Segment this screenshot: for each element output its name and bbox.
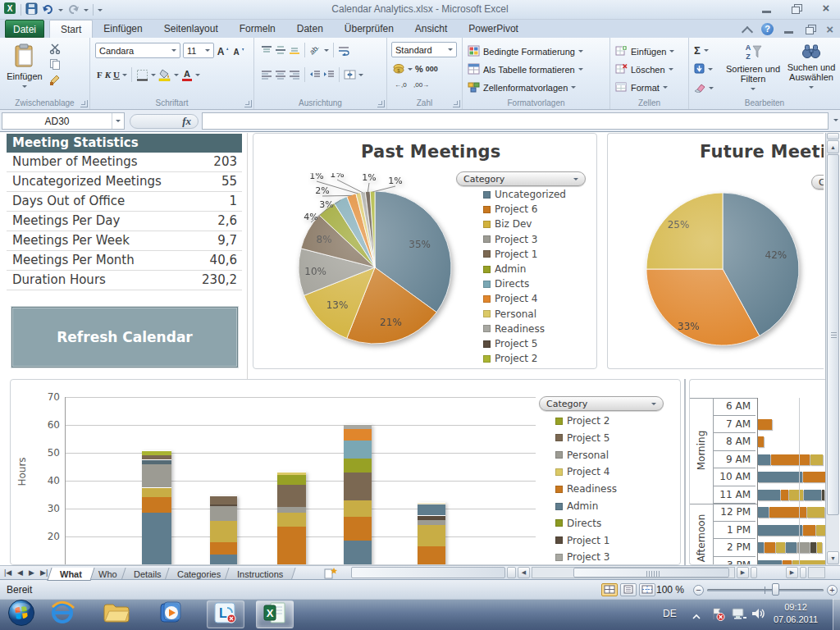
insert-function-button[interactable]: fx bbox=[130, 114, 199, 129]
timeline-segment-slate[interactable] bbox=[758, 542, 764, 553]
clock[interactable]: 09:12 07.06.2011 bbox=[763, 601, 829, 626]
legend-item-project-2[interactable]: Project 2 bbox=[483, 353, 538, 364]
bar-segment-slate[interactable] bbox=[344, 541, 372, 565]
bar-segment-slate[interactable] bbox=[418, 504, 445, 516]
align-center-button[interactable] bbox=[275, 70, 286, 80]
merge-dropdown-icon[interactable] bbox=[358, 74, 363, 79]
lync-taskbar-button[interactable]: L bbox=[207, 600, 244, 628]
legend-item-admin[interactable]: Admin bbox=[483, 263, 526, 275]
format-painter-button[interactable] bbox=[49, 74, 61, 85]
legend-item-project-5[interactable]: Project 5 bbox=[483, 338, 538, 349]
bar-segment-yellowGreen[interactable] bbox=[142, 451, 171, 455]
bar-segment-gray[interactable] bbox=[277, 507, 306, 513]
scroll-up-icon[interactable]: ▲ bbox=[827, 140, 839, 153]
bar-segment-brown[interactable] bbox=[344, 472, 372, 500]
minimize-ribbon-icon[interactable] bbox=[743, 27, 751, 32]
bar-segment-orange[interactable] bbox=[277, 527, 306, 565]
stats-row[interactable]: Meetings Per Week9,7 bbox=[7, 231, 242, 251]
name-box-dropdown-icon[interactable] bbox=[112, 113, 124, 129]
stats-row[interactable]: Uncategorized Meetings55 bbox=[7, 172, 242, 192]
sort-filter-button[interactable]: AZ Sortieren und Filtern bbox=[725, 39, 781, 94]
stats-row[interactable]: Meetings Per Month40,6 bbox=[7, 251, 242, 271]
minimize-icon[interactable] bbox=[761, 4, 773, 14]
formula-input[interactable] bbox=[202, 112, 829, 130]
zoom-in-button[interactable]: + bbox=[827, 585, 838, 596]
stats-row[interactable]: Number of Meetings203 bbox=[7, 153, 242, 172]
action-center-icon[interactable] bbox=[710, 607, 725, 624]
shrink-font-button[interactable]: A bbox=[232, 45, 245, 57]
bar-segment-brown[interactable] bbox=[277, 485, 306, 507]
close-icon[interactable]: × bbox=[820, 4, 832, 14]
first-sheet-icon[interactable]: |◀ bbox=[2, 566, 14, 579]
bar-segment-gray[interactable] bbox=[210, 506, 237, 522]
underline-dropdown-icon[interactable] bbox=[122, 74, 127, 79]
timeline-segment-orange[interactable] bbox=[771, 454, 810, 465]
find-select-button[interactable]: Suchen und Auswählen bbox=[784, 39, 838, 94]
bar-segment-orange[interactable] bbox=[210, 542, 237, 555]
align-bottom-button[interactable] bbox=[289, 45, 300, 55]
horizontal-scrollbar[interactable] bbox=[532, 567, 735, 578]
timeline-segment-dark[interactable] bbox=[810, 542, 816, 553]
timeline-segment-slate[interactable] bbox=[758, 525, 802, 536]
align-left-button[interactable] bbox=[261, 70, 272, 80]
next-sheet-icon[interactable]: ▶ bbox=[26, 566, 37, 579]
vertical-scrollbar[interactable]: ▲ ▼ bbox=[825, 133, 839, 565]
timeline-segment-slate[interactable] bbox=[758, 454, 770, 465]
bar-segment-khaki[interactable] bbox=[277, 513, 306, 527]
ribbon-tab-seitenlayout[interactable]: Seitenlayout bbox=[153, 20, 229, 38]
legend-item-directs[interactable]: Directs bbox=[555, 518, 601, 529]
legend-item-project-4[interactable]: Project 4 bbox=[483, 293, 538, 304]
timeline-segment-dark[interactable] bbox=[822, 490, 824, 500]
align-middle-button[interactable] bbox=[275, 45, 286, 55]
excel-taskbar-button[interactable]: X bbox=[256, 600, 294, 628]
vertical-split-handle[interactable] bbox=[827, 133, 839, 139]
legend-item-project-1[interactable]: Project 1 bbox=[483, 249, 538, 260]
workbook-restore-icon[interactable] bbox=[805, 25, 816, 34]
start-button[interactable] bbox=[5, 600, 38, 628]
zoom-out-button[interactable]: − bbox=[693, 585, 704, 596]
bar-segment-brown[interactable] bbox=[210, 496, 237, 504]
timeline-segment-khaki[interactable] bbox=[789, 490, 803, 500]
zoom-slider-track[interactable] bbox=[707, 589, 824, 591]
clear-button[interactable] bbox=[694, 80, 714, 96]
copy-button[interactable] bbox=[49, 58, 61, 70]
zoom-slider-thumb[interactable] bbox=[772, 583, 779, 596]
future-meetings-pie-chart[interactable]: 42%33%25% bbox=[621, 167, 824, 369]
bar-segment-darkBrown[interactable] bbox=[418, 516, 445, 520]
timeline-segment-orange[interactable] bbox=[765, 542, 775, 553]
increase-indent-button[interactable] bbox=[323, 70, 335, 80]
orientation-button[interactable]: ab bbox=[309, 45, 322, 56]
comma-style-button[interactable]: 000 bbox=[426, 65, 438, 73]
pane-divider[interactable] bbox=[684, 379, 686, 565]
help-icon[interactable]: ? bbox=[761, 23, 774, 35]
tab-scroll-area[interactable] bbox=[351, 567, 505, 578]
legend-item-project-2[interactable]: Project 2 bbox=[555, 415, 610, 427]
timeline-chart-card[interactable]: 6 AM7 AM8 AM9 AM10 AM11 AM12 PM1 PM2 PM3… bbox=[689, 379, 825, 565]
tab-split-box[interactable] bbox=[507, 567, 516, 578]
scroll-down-icon[interactable]: ▼ bbox=[827, 551, 839, 564]
timeline-segment-orange[interactable] bbox=[769, 507, 806, 518]
borders-button[interactable] bbox=[136, 69, 148, 81]
page-break-view-button[interactable] bbox=[639, 583, 655, 596]
legend-item-project-1[interactable]: Project 1 bbox=[555, 535, 610, 546]
page-layout-view-button[interactable] bbox=[620, 583, 637, 596]
timeline-segment-khaki[interactable] bbox=[816, 525, 825, 536]
number-dialog-launcher-icon[interactable] bbox=[453, 100, 460, 107]
timeline-segment-slate[interactable] bbox=[758, 472, 802, 482]
legend-item-project-3[interactable]: Project 3 bbox=[555, 551, 610, 563]
pane-scroll-right-icon[interactable]: ▶ bbox=[786, 567, 798, 578]
zoom-level[interactable]: 100 % bbox=[656, 584, 684, 596]
legend-item-directs[interactable]: Directs bbox=[483, 278, 529, 290]
bar-segment-olive[interactable] bbox=[344, 459, 372, 472]
legend-item-project-4[interactable]: Project 4 bbox=[555, 466, 610, 477]
past-meetings-pie-chart[interactable]: 35%21%13%10%8%4%3%2%1%1%1%1% bbox=[263, 173, 501, 369]
orientation-dropdown-icon[interactable] bbox=[324, 49, 329, 54]
bar-segment-brightOrange[interactable] bbox=[344, 429, 372, 441]
fill-color-dropdown-icon[interactable] bbox=[174, 74, 179, 79]
hours-bar-chart-card[interactable]: Hours 706050403020 Category Project 2Pro… bbox=[10, 379, 681, 565]
workbook-close-icon[interactable]: × bbox=[826, 25, 833, 34]
bold-button[interactable]: F bbox=[97, 70, 103, 80]
bar-segment-gray[interactable] bbox=[142, 464, 171, 488]
grow-font-button[interactable]: A bbox=[217, 45, 230, 57]
paste-button[interactable]: Einfügen bbox=[5, 40, 44, 91]
